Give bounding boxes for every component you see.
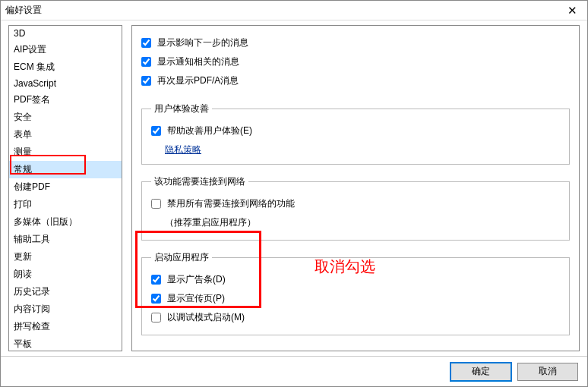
window-title: 偏好设置: [5, 4, 561, 17]
launch-app-legend: 启动应用程序: [151, 251, 212, 264]
sidebar-item-6[interactable]: 表单: [9, 126, 122, 143]
ok-button[interactable]: 确定: [450, 363, 511, 381]
show-notification-row[interactable]: 显示通知相关的消息: [141, 52, 570, 71]
disable-network-label: 禁用所有需要连接到网络的功能: [167, 197, 295, 210]
cancel-button[interactable]: 取消: [517, 363, 578, 381]
show-pdfa-row[interactable]: 再次显示PDF/A消息: [141, 71, 570, 90]
show-next-step-row[interactable]: 显示影响下一步的消息: [141, 33, 570, 52]
show-notification-label: 显示通知相关的消息: [157, 55, 239, 68]
button-bar: 确定 取消: [1, 356, 587, 386]
sidebar-item-9[interactable]: 创建PDF: [9, 178, 122, 196]
sidebar-item-3[interactable]: JavaScript: [9, 76, 122, 91]
sidebar-item-5[interactable]: 安全: [9, 109, 122, 126]
content-area: 3DAIP设置ECM 集成JavaScriptPDF签名安全表单测量常规创建PD…: [1, 20, 587, 356]
preferences-window: 偏好设置 ✕ 3DAIP设置ECM 集成JavaScriptPDF签名安全表单测…: [0, 0, 588, 387]
disable-network-checkbox[interactable]: [151, 199, 161, 209]
show-promo-label: 显示宣传页(P): [167, 292, 225, 305]
debug-mode-checkbox[interactable]: [151, 313, 161, 322]
network-group: 该功能需要连接到网络 禁用所有需要连接到网络的功能 （推荐重启应用程序）: [141, 175, 570, 241]
sidebar-item-18[interactable]: 平板: [9, 335, 122, 351]
sidebar-item-17[interactable]: 拼写检查: [9, 318, 122, 335]
restart-hint: （推荐重启应用程序）: [151, 213, 560, 232]
category-sidebar[interactable]: 3DAIP设置ECM 集成JavaScriptPDF签名安全表单测量常规创建PD…: [8, 25, 122, 351]
help-improve-row[interactable]: 帮助改善用户体验(E): [151, 121, 560, 140]
show-promo-checkbox[interactable]: [151, 294, 161, 304]
help-improve-checkbox[interactable]: [151, 126, 161, 136]
sidebar-item-8[interactable]: 常规: [9, 161, 122, 178]
settings-panel: 显示影响下一步的消息 显示通知相关的消息 再次显示PDF/A消息 用户体验改善 …: [131, 25, 580, 351]
sidebar-item-13[interactable]: 更新: [9, 248, 122, 266]
privacy-policy-link[interactable]: 隐私策略: [151, 143, 201, 156]
close-icon[interactable]: ✕: [561, 2, 583, 19]
debug-mode-label: 以调试模式启动(M): [167, 311, 245, 324]
sidebar-wrap: 3DAIP设置ECM 集成JavaScriptPDF签名安全表单测量常规创建PD…: [8, 25, 122, 351]
ux-improvement-legend: 用户体验改善: [151, 102, 212, 115]
titlebar: 偏好设置 ✕: [1, 1, 587, 20]
show-promo-row[interactable]: 显示宣传页(P): [151, 289, 560, 308]
show-ad-bar-row[interactable]: 显示广告条(D): [151, 270, 560, 289]
sidebar-item-16[interactable]: 内容订阅: [9, 300, 122, 318]
show-next-step-label: 显示影响下一步的消息: [157, 36, 248, 49]
sidebar-item-1[interactable]: AIP设置: [9, 41, 122, 58]
show-notification-checkbox[interactable]: [141, 57, 151, 67]
launch-app-group: 启动应用程序 显示广告条(D) 显示宣传页(P) 以调试模式启动(M): [141, 251, 570, 335]
sidebar-item-4[interactable]: PDF签名: [9, 91, 122, 109]
show-ad-bar-checkbox[interactable]: [151, 275, 161, 285]
sidebar-item-11[interactable]: 多媒体（旧版）: [9, 213, 122, 231]
ux-improvement-group: 用户体验改善 帮助改善用户体验(E) 隐私策略: [141, 102, 570, 165]
show-pdfa-checkbox[interactable]: [141, 76, 151, 86]
disable-network-row[interactable]: 禁用所有需要连接到网络的功能: [151, 194, 560, 213]
network-legend: 该功能需要连接到网络: [151, 175, 248, 188]
sidebar-item-0[interactable]: 3D: [9, 26, 122, 41]
sidebar-item-2[interactable]: ECM 集成: [9, 58, 122, 76]
help-improve-label: 帮助改善用户体验(E): [167, 124, 252, 137]
sidebar-item-10[interactable]: 打印: [9, 196, 122, 213]
debug-mode-row[interactable]: 以调试模式启动(M): [151, 308, 560, 327]
show-ad-bar-label: 显示广告条(D): [167, 273, 226, 286]
show-pdfa-label: 再次显示PDF/A消息: [157, 74, 239, 87]
message-options: 显示影响下一步的消息 显示通知相关的消息 再次显示PDF/A消息: [141, 33, 570, 98]
sidebar-item-12[interactable]: 辅助工具: [9, 231, 122, 248]
show-next-step-checkbox[interactable]: [141, 38, 151, 48]
sidebar-item-14[interactable]: 朗读: [9, 266, 122, 283]
sidebar-item-7[interactable]: 测量: [9, 143, 122, 161]
sidebar-item-15[interactable]: 历史记录: [9, 283, 122, 300]
